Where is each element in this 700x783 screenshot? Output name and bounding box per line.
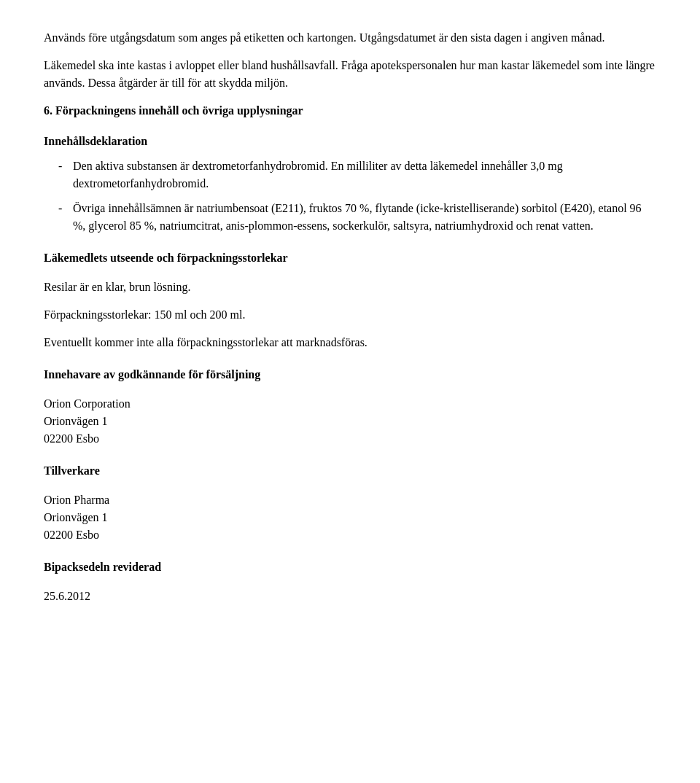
utseende-p3: Eventuellt kommer inte alla förpacknings… <box>44 334 656 351</box>
tillverkare-address: Orion Pharma Orionvägen 1 02200 Esbo <box>44 491 656 544</box>
bullet-dash-1: - <box>44 157 73 192</box>
page-content: Används före utgångsdatum som anges på e… <box>44 29 656 605</box>
tillverkare-postal: 02200 Esbo <box>44 526 656 544</box>
bullet-text-1: Den aktiva substansen är dextrometorfanh… <box>73 157 656 192</box>
bullet-item-2: - Övriga innehållsämnen är natriumbensoa… <box>44 200 656 235</box>
subsection-tillverkare-heading: Tillverkare <box>44 462 656 480</box>
bullet-item-1: - Den aktiva substansen är dextrometorfa… <box>44 157 656 192</box>
tillverkare-street: Orionvägen 1 <box>44 509 656 526</box>
utseende-p2: Förpackningsstorlekar: 150 ml och 200 ml… <box>44 306 656 324</box>
innehavare-street: Orionvägen 1 <box>44 413 656 430</box>
subsection-innehallsdeklaration-heading: Innehållsdeklaration <box>44 133 656 150</box>
bullet-dash-2: - <box>44 200 73 235</box>
subsection-innehavare-heading: Innehavare av godkännande för försäljnin… <box>44 366 656 383</box>
subsection-utseende-heading: Läkemedlets utseende och förpackningssto… <box>44 249 656 267</box>
paragraph-1: Används före utgångsdatum som anges på e… <box>44 29 656 47</box>
bullet-text-2: Övriga innehållsämnen är natriumbensoat … <box>73 200 656 235</box>
innehavare-company: Orion Corporation <box>44 395 656 413</box>
tillverkare-company: Orion Pharma <box>44 491 656 509</box>
subsection-bipacksedeln-heading: Bipacksedeln reviderad <box>44 558 656 576</box>
paragraph-2: Läkemedel ska inte kastas i avloppet ell… <box>44 57 656 92</box>
innehavare-address: Orion Corporation Orionvägen 1 02200 Esb… <box>44 395 656 448</box>
utseende-p1: Resilar är en klar, brun lösning. <box>44 278 656 296</box>
innehavare-postal: 02200 Esbo <box>44 430 656 448</box>
bipacksedeln-date: 25.6.2012 <box>44 588 656 605</box>
section-6-heading: 6. Förpackningens innehåll och övriga up… <box>44 102 656 120</box>
